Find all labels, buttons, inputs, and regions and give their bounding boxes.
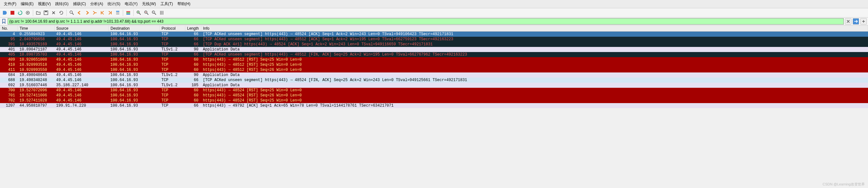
clear-filter-button[interactable] bbox=[845, 18, 851, 25]
cell-source: 49.4.45.146 bbox=[54, 37, 108, 42]
menu-file[interactable]: 文件(F) bbox=[2, 1, 18, 7]
packet-row[interactable]: 70019.52707209649.4.45.146100.64.16.93TC… bbox=[0, 88, 868, 93]
menu-telephony[interactable]: 电话(Y) bbox=[123, 1, 140, 7]
cell-info: https(443) → 48524 [RST] Seq=25 Win=0 Le… bbox=[201, 88, 868, 93]
cell-time: 19.498340248 bbox=[18, 77, 54, 83]
cell-no: 391 bbox=[0, 42, 18, 47]
filter-bookmark-icon[interactable] bbox=[1, 18, 6, 25]
packet-row[interactable]: 40510.89073570349.4.45.146100.64.16.93TC… bbox=[0, 52, 868, 57]
packet-row[interactable]: 39110.49357616949.4.45.146100.64.16.93TC… bbox=[0, 42, 868, 47]
cell-source: 49.4.45.146 bbox=[54, 77, 108, 83]
cell-destination: 100.64.16.93 bbox=[108, 93, 159, 98]
cell-protocol: TCP bbox=[159, 57, 185, 62]
auto-scroll-button[interactable] bbox=[114, 9, 121, 16]
header-info[interactable]: Info bbox=[201, 26, 868, 32]
cell-time: 44.958810797 bbox=[18, 103, 54, 108]
header-destination[interactable]: Destination bbox=[108, 26, 159, 32]
go-forward-button[interactable] bbox=[84, 9, 91, 16]
go-first-button[interactable] bbox=[99, 9, 106, 16]
packet-row[interactable]: 68819.49834024849.4.45.146100.64.16.93TC… bbox=[0, 77, 868, 83]
svg-rect-4 bbox=[45, 11, 47, 12]
cell-time: 19.527072096 bbox=[18, 88, 54, 93]
cell-protocol: TCP bbox=[159, 103, 185, 108]
packet-row[interactable]: 69219.51603744635.186.227.140100.64.16.9… bbox=[0, 83, 868, 88]
filter-add-button[interactable] bbox=[860, 18, 867, 25]
cell-info: Application Data bbox=[201, 47, 868, 52]
svg-line-6 bbox=[72, 13, 74, 15]
packet-row[interactable]: 41010.92099351849.4.45.146100.64.16.93TC… bbox=[0, 62, 868, 67]
restart-capture-button[interactable] bbox=[17, 9, 24, 16]
cell-info: [TCP ACKed unseen segment] https(443) → … bbox=[201, 32, 868, 37]
cell-time: 10.493576169 bbox=[18, 42, 54, 47]
close-file-button[interactable] bbox=[50, 9, 57, 16]
packet-row[interactable]: 952.04979065849.4.45.146100.64.16.93TCP6… bbox=[0, 37, 868, 42]
packet-row[interactable]: 68419.49804864549.4.45.146100.64.16.93TL… bbox=[0, 72, 868, 77]
zoom-in-button[interactable] bbox=[135, 9, 142, 16]
go-last-button[interactable] bbox=[106, 9, 114, 16]
menu-tools[interactable]: 工具(T) bbox=[159, 1, 175, 7]
menu-analyze[interactable]: 分析(A) bbox=[88, 1, 105, 7]
cell-source: 49.4.45.146 bbox=[54, 47, 108, 52]
packet-row[interactable]: 40.25580492349.4.45.146100.64.16.93TCP66… bbox=[0, 32, 868, 37]
resize-columns-button[interactable] bbox=[158, 9, 165, 16]
apply-filter-button[interactable] bbox=[853, 18, 859, 25]
menu-wireless[interactable]: 无线(W) bbox=[140, 1, 158, 7]
colorize-button[interactable] bbox=[125, 9, 132, 16]
cell-length: 105 bbox=[185, 83, 201, 88]
packet-row[interactable]: 41110.92099355049.4.45.146100.64.16.93TC… bbox=[0, 67, 868, 72]
cell-length: 66 bbox=[185, 103, 201, 108]
svg-line-23 bbox=[154, 13, 156, 15]
header-no[interactable]: No. bbox=[0, 26, 18, 32]
cell-destination: 100.64.16.93 bbox=[108, 47, 159, 52]
cell-destination: 100.64.16.93 bbox=[108, 37, 159, 42]
start-capture-button[interactable] bbox=[1, 9, 8, 16]
menu-help[interactable]: 帮助(H) bbox=[176, 1, 192, 7]
cell-destination: 100.64.16.93 bbox=[108, 32, 159, 37]
reload-button[interactable] bbox=[58, 9, 65, 16]
menu-statistics[interactable]: 统计(S) bbox=[105, 1, 122, 7]
cell-source: 49.4.45.146 bbox=[54, 98, 108, 103]
stop-capture-button[interactable] bbox=[9, 9, 16, 16]
cell-info: [TCP Dup ACK 4#1] https(443) → 48524 [AC… bbox=[201, 42, 868, 47]
menu-capture[interactable]: 捕获(C) bbox=[71, 1, 88, 7]
cell-source: 49.4.45.146 bbox=[54, 42, 108, 47]
find-packet-button[interactable] bbox=[68, 9, 75, 16]
header-source[interactable]: Source bbox=[54, 26, 108, 32]
go-to-packet-button[interactable] bbox=[91, 9, 98, 16]
cell-destination: 100.64.16.93 bbox=[108, 83, 159, 88]
header-protocol[interactable]: Protocol bbox=[159, 26, 185, 32]
display-filter-input[interactable] bbox=[8, 18, 844, 25]
menu-go[interactable]: 跳转(G) bbox=[53, 1, 70, 7]
cell-time: 10.890735703 bbox=[18, 52, 54, 57]
cell-time: 19.516037446 bbox=[18, 83, 54, 88]
packet-list-header[interactable]: No. Time Source Destination Protocol Len… bbox=[0, 26, 868, 32]
packet-list[interactable]: No. Time Source Destination Protocol Len… bbox=[0, 26, 868, 108]
go-back-button[interactable] bbox=[76, 9, 83, 16]
menu-view[interactable]: 视图(V) bbox=[36, 1, 53, 7]
menu-edit[interactable]: 编辑(E) bbox=[19, 1, 35, 7]
cell-protocol: TLSv1.2 bbox=[159, 83, 185, 88]
save-file-button[interactable] bbox=[42, 9, 50, 16]
cell-time: 10.920993518 bbox=[18, 62, 54, 67]
cell-source: 49.4.45.146 bbox=[54, 52, 108, 57]
packet-row[interactable]: 40110.89047118749.4.45.146100.64.16.93TL… bbox=[0, 47, 868, 52]
cell-protocol: TCP bbox=[159, 93, 185, 98]
menubar: 文件(F) 编辑(E) 视图(V) 跳转(G) 捕获(C) 分析(A) 统计(S… bbox=[0, 0, 868, 8]
cell-no: 700 bbox=[0, 88, 18, 93]
packet-row[interactable]: 70219.52741102849.4.45.146100.64.16.93TC… bbox=[0, 98, 868, 103]
cell-protocol: TCP bbox=[159, 77, 185, 83]
cell-protocol: TCP bbox=[159, 32, 185, 37]
cell-no: 95 bbox=[0, 37, 18, 42]
packet-row[interactable]: 120744.958810797199.91.74.220100.64.16.9… bbox=[0, 103, 868, 108]
capture-options-button[interactable] bbox=[24, 9, 31, 16]
open-file-button[interactable] bbox=[35, 9, 42, 16]
svg-point-2 bbox=[27, 12, 28, 13]
header-time[interactable]: Time bbox=[18, 26, 54, 32]
packet-row[interactable]: 70119.52741100649.4.45.146100.64.16.93TC… bbox=[0, 93, 868, 98]
cell-time: 19.527411028 bbox=[18, 98, 54, 103]
zoom-out-button[interactable] bbox=[143, 9, 150, 16]
cell-info: [TCP ACKed unseen segment] https(443) → … bbox=[201, 77, 868, 83]
zoom-reset-button[interactable]: 1 bbox=[151, 9, 158, 16]
header-length[interactable]: Length bbox=[185, 26, 201, 32]
packet-row[interactable]: 40910.92065100849.4.45.146100.64.16.93TC… bbox=[0, 57, 868, 62]
